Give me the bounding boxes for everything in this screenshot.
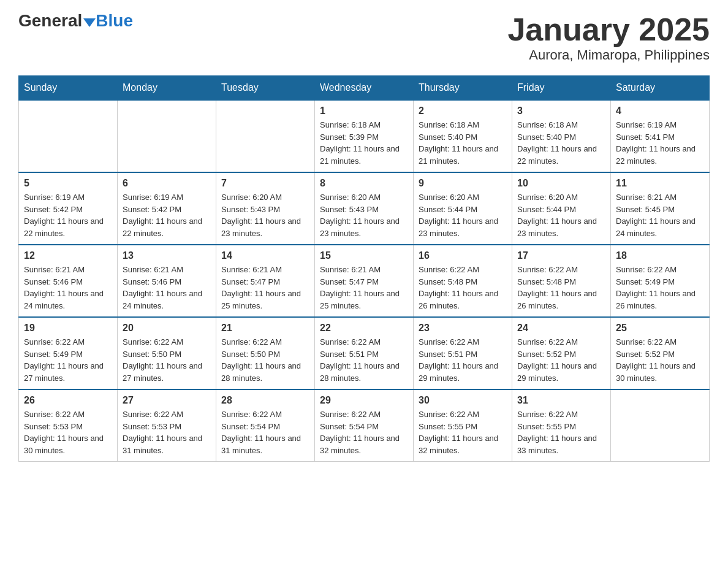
calendar-cell: 24 Sunrise: 6:22 AMSunset: 5:52 PMDaylig… xyxy=(512,317,611,389)
calendar-subtitle: Aurora, Mimaropa, Philippines xyxy=(507,47,710,63)
day-info: Sunrise: 6:22 AMSunset: 5:51 PMDaylight:… xyxy=(320,337,400,383)
day-number: 14 xyxy=(221,250,309,261)
day-number: 5 xyxy=(24,178,112,189)
calendar-cell: 4 Sunrise: 6:19 AMSunset: 5:41 PMDayligh… xyxy=(611,100,710,172)
calendar-body: 1 Sunrise: 6:18 AMSunset: 5:39 PMDayligh… xyxy=(19,100,710,462)
day-info: Sunrise: 6:21 AMSunset: 5:47 PMDaylight:… xyxy=(221,265,301,310)
day-number: 29 xyxy=(320,395,408,406)
calendar-week-4: 19 Sunrise: 6:22 AMSunset: 5:49 PMDaylig… xyxy=(19,317,710,389)
day-number: 26 xyxy=(24,395,112,406)
calendar-cell: 25 Sunrise: 6:22 AMSunset: 5:52 PMDaylig… xyxy=(611,317,710,389)
calendar-cell xyxy=(216,100,315,172)
calendar-cell: 17 Sunrise: 6:22 AMSunset: 5:48 PMDaylig… xyxy=(512,245,611,317)
day-number: 2 xyxy=(419,105,507,117)
day-info: Sunrise: 6:22 AMSunset: 5:55 PMDaylight:… xyxy=(419,410,498,455)
calendar-cell: 6 Sunrise: 6:19 AMSunset: 5:42 PMDayligh… xyxy=(118,172,216,245)
calendar-cell: 11 Sunrise: 6:21 AMSunset: 5:45 PMDaylig… xyxy=(611,172,710,245)
day-number: 6 xyxy=(123,178,211,189)
day-info: Sunrise: 6:22 AMSunset: 5:48 PMDaylight:… xyxy=(517,265,597,310)
day-number: 19 xyxy=(24,323,112,334)
day-number: 21 xyxy=(221,323,309,334)
calendar-cell: 22 Sunrise: 6:22 AMSunset: 5:51 PMDaylig… xyxy=(315,317,414,389)
day-info: Sunrise: 6:22 AMSunset: 5:50 PMDaylight:… xyxy=(123,337,202,383)
day-number: 8 xyxy=(320,178,408,189)
day-number: 3 xyxy=(517,105,605,117)
day-number: 1 xyxy=(320,105,408,117)
header-friday: Friday xyxy=(512,76,611,101)
day-number: 13 xyxy=(123,250,211,261)
day-info: Sunrise: 6:21 AMSunset: 5:47 PMDaylight:… xyxy=(320,265,400,310)
day-info: Sunrise: 6:22 AMSunset: 5:49 PMDaylight:… xyxy=(616,265,696,310)
day-number: 16 xyxy=(419,250,507,261)
calendar-cell: 12 Sunrise: 6:21 AMSunset: 5:46 PMDaylig… xyxy=(19,245,118,317)
day-info: Sunrise: 6:20 AMSunset: 5:44 PMDaylight:… xyxy=(517,193,597,238)
day-info: Sunrise: 6:22 AMSunset: 5:55 PMDaylight:… xyxy=(517,410,597,455)
day-number: 23 xyxy=(419,323,507,334)
day-info: Sunrise: 6:19 AMSunset: 5:42 PMDaylight:… xyxy=(24,193,104,238)
calendar-cell: 31 Sunrise: 6:22 AMSunset: 5:55 PMDaylig… xyxy=(512,389,611,462)
calendar-cell: 13 Sunrise: 6:21 AMSunset: 5:46 PMDaylig… xyxy=(118,245,216,317)
calendar-cell: 20 Sunrise: 6:22 AMSunset: 5:50 PMDaylig… xyxy=(118,317,216,389)
day-number: 25 xyxy=(616,323,704,334)
logo: General Blue xyxy=(18,12,133,29)
calendar-cell: 28 Sunrise: 6:22 AMSunset: 5:54 PMDaylig… xyxy=(216,389,315,462)
calendar-cell: 1 Sunrise: 6:18 AMSunset: 5:39 PMDayligh… xyxy=(315,100,414,172)
calendar-cell: 18 Sunrise: 6:22 AMSunset: 5:49 PMDaylig… xyxy=(611,245,710,317)
calendar-cell: 2 Sunrise: 6:18 AMSunset: 5:40 PMDayligh… xyxy=(414,100,512,172)
day-info: Sunrise: 6:22 AMSunset: 5:51 PMDaylight:… xyxy=(419,337,498,383)
day-number: 9 xyxy=(419,178,507,189)
day-info: Sunrise: 6:22 AMSunset: 5:54 PMDaylight:… xyxy=(221,410,301,455)
calendar-cell: 23 Sunrise: 6:22 AMSunset: 5:51 PMDaylig… xyxy=(414,317,512,389)
calendar-cell: 21 Sunrise: 6:22 AMSunset: 5:50 PMDaylig… xyxy=(216,317,315,389)
day-number: 27 xyxy=(123,395,211,406)
calendar-cell xyxy=(19,100,118,172)
day-number: 22 xyxy=(320,323,408,334)
calendar-cell: 3 Sunrise: 6:18 AMSunset: 5:40 PMDayligh… xyxy=(512,100,611,172)
calendar-cell: 19 Sunrise: 6:22 AMSunset: 5:49 PMDaylig… xyxy=(19,317,118,389)
day-number: 12 xyxy=(24,250,112,261)
day-number: 11 xyxy=(616,178,704,189)
day-number: 30 xyxy=(419,395,507,406)
header-saturday: Saturday xyxy=(611,76,710,101)
calendar-header: Sunday Monday Tuesday Wednesday Thursday… xyxy=(19,76,710,101)
day-info: Sunrise: 6:20 AMSunset: 5:43 PMDaylight:… xyxy=(320,193,400,238)
header-thursday: Thursday xyxy=(414,76,512,101)
logo-triangle-icon xyxy=(83,18,96,27)
calendar-cell: 8 Sunrise: 6:20 AMSunset: 5:43 PMDayligh… xyxy=(315,172,414,245)
day-info: Sunrise: 6:22 AMSunset: 5:49 PMDaylight:… xyxy=(24,337,104,383)
day-number: 24 xyxy=(517,323,605,334)
calendar-cell: 29 Sunrise: 6:22 AMSunset: 5:54 PMDaylig… xyxy=(315,389,414,462)
day-info: Sunrise: 6:21 AMSunset: 5:45 PMDaylight:… xyxy=(616,193,696,238)
calendar-cell: 27 Sunrise: 6:22 AMSunset: 5:53 PMDaylig… xyxy=(118,389,216,462)
calendar-cell: 14 Sunrise: 6:21 AMSunset: 5:47 PMDaylig… xyxy=(216,245,315,317)
day-info: Sunrise: 6:22 AMSunset: 5:52 PMDaylight:… xyxy=(616,337,696,383)
day-info: Sunrise: 6:22 AMSunset: 5:53 PMDaylight:… xyxy=(123,410,202,455)
day-number: 7 xyxy=(221,178,309,189)
page-header: General Blue January 2025 Aurora, Mimaro… xyxy=(18,12,710,63)
calendar-cell: 7 Sunrise: 6:20 AMSunset: 5:43 PMDayligh… xyxy=(216,172,315,245)
day-info: Sunrise: 6:18 AMSunset: 5:39 PMDaylight:… xyxy=(320,120,400,166)
day-info: Sunrise: 6:22 AMSunset: 5:50 PMDaylight:… xyxy=(221,337,301,383)
day-number: 15 xyxy=(320,250,408,261)
day-info: Sunrise: 6:22 AMSunset: 5:48 PMDaylight:… xyxy=(419,265,498,310)
day-number: 4 xyxy=(616,105,704,117)
title-block: January 2025 Aurora, Mimaropa, Philippin… xyxy=(507,12,710,63)
header-tuesday: Tuesday xyxy=(216,76,315,101)
header-monday: Monday xyxy=(118,76,216,101)
header-row: Sunday Monday Tuesday Wednesday Thursday… xyxy=(19,76,710,101)
calendar-cell: 26 Sunrise: 6:22 AMSunset: 5:53 PMDaylig… xyxy=(19,389,118,462)
calendar-cell xyxy=(611,389,710,462)
day-number: 17 xyxy=(517,250,605,261)
logo-blue-text: Blue xyxy=(96,12,133,29)
calendar-cell: 5 Sunrise: 6:19 AMSunset: 5:42 PMDayligh… xyxy=(19,172,118,245)
day-info: Sunrise: 6:20 AMSunset: 5:43 PMDaylight:… xyxy=(221,193,301,238)
day-info: Sunrise: 6:18 AMSunset: 5:40 PMDaylight:… xyxy=(517,120,597,166)
day-info: Sunrise: 6:22 AMSunset: 5:54 PMDaylight:… xyxy=(320,410,400,455)
day-info: Sunrise: 6:22 AMSunset: 5:52 PMDaylight:… xyxy=(517,337,597,383)
day-number: 10 xyxy=(517,178,605,189)
calendar-cell xyxy=(118,100,216,172)
calendar-cell: 10 Sunrise: 6:20 AMSunset: 5:44 PMDaylig… xyxy=(512,172,611,245)
day-number: 28 xyxy=(221,395,309,406)
day-info: Sunrise: 6:21 AMSunset: 5:46 PMDaylight:… xyxy=(123,265,202,310)
day-info: Sunrise: 6:19 AMSunset: 5:42 PMDaylight:… xyxy=(123,193,202,238)
